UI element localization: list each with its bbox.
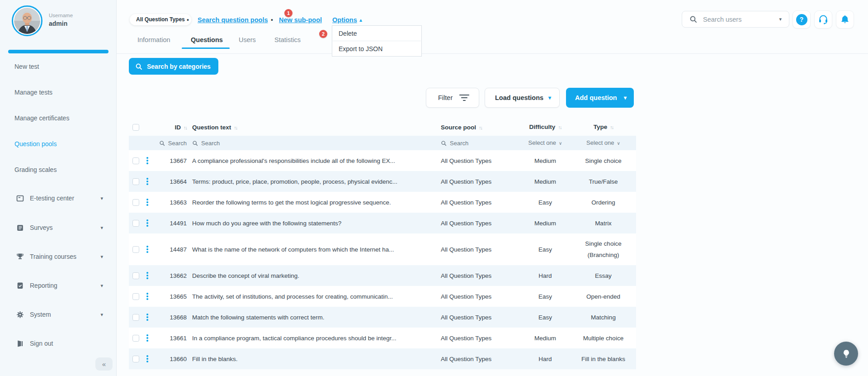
row-menu-button[interactable] [143, 246, 151, 253]
avatar-photo [14, 8, 40, 34]
new-sub-pool-link[interactable]: New sub-pool [279, 16, 322, 24]
table-header-row: ID↑↓ Question text↑↓ Source pool↑↓ Diffi… [129, 119, 636, 136]
header-divider [0, 53, 868, 54]
caret-down-icon: ▾ [548, 95, 551, 101]
table-body: 13667 A compliance professional's respon… [129, 150, 636, 369]
notifications-button[interactable] [836, 10, 854, 29]
row-checkbox[interactable] [132, 178, 139, 185]
row-menu-button[interactable] [143, 199, 151, 206]
options-link[interactable]: Options [332, 16, 357, 24]
column-header-source-pool[interactable]: Source pool↑↓ [441, 124, 520, 131]
sort-icon: ↑↓ [610, 124, 613, 130]
caret-up-icon: ▴ [359, 17, 362, 23]
column-header-question-text[interactable]: Question text↑↓ [187, 124, 441, 131]
row-menu-button[interactable] [143, 355, 151, 362]
table-row[interactable]: 13667 A compliance professional's respon… [129, 150, 636, 171]
tab-questions[interactable]: Questions [191, 36, 223, 43]
list-icon [16, 224, 24, 232]
filter-button[interactable]: Filter [426, 88, 479, 108]
id-search-input[interactable]: Search [156, 140, 187, 147]
sidebar-item-surveys[interactable]: Surveys ▾ [0, 219, 117, 236]
avatar[interactable] [12, 5, 42, 36]
row-checkbox[interactable] [132, 199, 139, 206]
row-checkbox[interactable] [132, 293, 139, 300]
row-checkbox[interactable] [132, 272, 139, 279]
row-menu-button[interactable] [143, 178, 151, 185]
column-header-id[interactable]: ID↑↓ [156, 124, 187, 131]
row-checkbox[interactable] [132, 157, 139, 164]
headset-icon [818, 14, 829, 25]
table-row[interactable]: 13660 Fill in the blanks. All Question T… [129, 348, 636, 369]
questions-table: ID↑↓ Question text↑↓ Source pool↑↓ Diffi… [129, 119, 636, 369]
row-menu-button[interactable] [143, 293, 151, 300]
search-question-pools-link[interactable]: Search question pools [198, 16, 268, 24]
chevron-down-icon: ▾ [100, 195, 103, 201]
table-row[interactable]: 13662 Describe the concept of viral mark… [129, 265, 636, 286]
search-users-box[interactable]: Search users ▾ [682, 11, 789, 28]
table-row[interactable]: 13661 In a compliance program, tactical … [129, 328, 636, 348]
sidebar-item-reporting[interactable]: Reporting ▾ [0, 277, 117, 294]
row-checkbox[interactable] [132, 246, 139, 253]
row-menu-button[interactable] [143, 334, 151, 342]
select-all-checkbox[interactable] [132, 124, 139, 131]
table-row[interactable]: 13664 Terms: product, price, place, prom… [129, 171, 636, 192]
load-questions-button[interactable]: Load questions ▾ [485, 88, 560, 108]
column-header-type[interactable]: Type↑↓ [571, 121, 636, 133]
lightbulb-icon [841, 349, 851, 359]
sidebar-item-etesting-center[interactable]: E-testing center ▾ [0, 190, 117, 207]
row-menu-button[interactable] [143, 272, 151, 279]
table-row[interactable]: 13668 Match the following statements wit… [129, 307, 636, 328]
sidebar-item-manage-certificates[interactable]: Manage certificates [0, 109, 117, 127]
search-icon [159, 140, 165, 146]
type-select[interactable]: Select one∨ [571, 137, 636, 149]
sidebar-item-grading-scales[interactable]: Grading scales [0, 161, 117, 178]
add-question-button[interactable]: Add question ▾ [566, 88, 634, 108]
sort-icon: ↑↓ [558, 124, 561, 130]
support-button[interactable] [814, 10, 832, 29]
tab-information[interactable]: Information [137, 36, 170, 43]
sidebar-item-training-courses[interactable]: Training courses ▾ [0, 248, 117, 265]
gear-icon [16, 311, 24, 319]
tab-statistics[interactable]: Statistics [274, 36, 301, 43]
bell-icon [840, 14, 850, 25]
chevron-down-icon: ▾ [100, 283, 103, 289]
search-icon [689, 15, 697, 23]
row-menu-button[interactable] [143, 314, 151, 321]
table-row[interactable]: 13663 Reorder the following terms to get… [129, 192, 636, 213]
table-row[interactable]: 14487 What is the name of the network of… [129, 233, 636, 265]
sidebar-item-sign-out[interactable]: Sign out [0, 335, 117, 352]
options-menu: Delete Export to JSON [332, 25, 422, 57]
tab-users[interactable]: Users [239, 36, 256, 43]
new-sub-pool-badge: 1 [284, 9, 292, 17]
sidebar-item-manage-tests[interactable]: Manage tests [0, 84, 117, 101]
sidebar-collapse-button[interactable]: « [95, 357, 113, 371]
row-menu-button[interactable] [143, 219, 151, 227]
breadcrumb-separator: • [187, 16, 189, 24]
column-header-difficulty[interactable]: Difficulty↑↓ [520, 121, 571, 133]
row-checkbox[interactable] [132, 314, 139, 321]
sidebar-item-question-pools[interactable]: Question pools [0, 135, 117, 152]
menu-item-delete[interactable]: Delete [332, 26, 421, 41]
row-menu-button[interactable] [143, 157, 151, 164]
help-button[interactable]: ? [793, 10, 811, 29]
menu-item-export-json[interactable]: Export to JSON [332, 41, 421, 56]
chevron-down-icon: ▾ [779, 16, 782, 22]
report-icon [16, 282, 24, 290]
hint-fab-button[interactable] [834, 342, 858, 366]
window-icon [16, 195, 24, 202]
search-by-categories-button[interactable]: Search by categories [129, 58, 218, 75]
active-tab-indicator [182, 48, 230, 49]
caret-down-icon: ▾ [624, 95, 627, 101]
question-text-search-input[interactable]: Search [192, 140, 441, 147]
chevron-down-icon: ▾ [100, 254, 103, 260]
table-row[interactable]: 14491 How much do you agree with the fol… [129, 213, 636, 233]
difficulty-select[interactable]: Select one∨ [520, 137, 571, 149]
sidebar-item-new-test[interactable]: New test [0, 58, 117, 75]
table-row[interactable]: 13665 The activity, set of institutions,… [129, 286, 636, 307]
row-checkbox[interactable] [132, 220, 139, 227]
row-checkbox[interactable] [132, 356, 139, 362]
sidebar-item-system[interactable]: System ▾ [0, 306, 117, 323]
source-pool-search-input[interactable]: Search [441, 140, 520, 147]
username-value: admin [49, 20, 67, 27]
row-checkbox[interactable] [132, 335, 139, 342]
